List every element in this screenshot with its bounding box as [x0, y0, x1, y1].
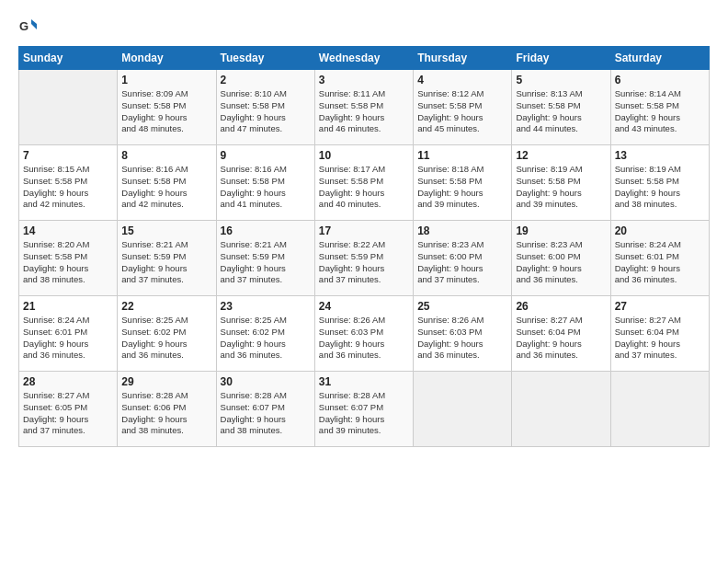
day-number: 17	[319, 224, 409, 237]
calendar-cell: 10Sunrise: 8:17 AM Sunset: 5:58 PM Dayli…	[314, 145, 413, 221]
day-detail: Sunrise: 8:28 AM Sunset: 6:07 PM Dayligh…	[221, 390, 311, 437]
calendar-header-row: SundayMondayTuesdayWednesdayThursdayFrid…	[19, 47, 710, 70]
calendar-week-row: 21Sunrise: 8:24 AM Sunset: 6:01 PM Dayli…	[19, 296, 710, 372]
svg-marker-2	[31, 19, 37, 24]
svg-marker-3	[31, 24, 37, 29]
calendar-cell: 2Sunrise: 8:10 AM Sunset: 5:58 PM Daylig…	[216, 70, 314, 145]
day-detail: Sunrise: 8:12 AM Sunset: 5:58 PM Dayligh…	[417, 88, 507, 135]
day-number: 13	[615, 149, 705, 162]
day-detail: Sunrise: 8:16 AM Sunset: 5:58 PM Dayligh…	[121, 164, 211, 211]
day-number: 16	[221, 224, 311, 237]
day-number: 28	[23, 375, 113, 388]
day-number: 22	[121, 300, 211, 313]
calendar-cell: 17Sunrise: 8:22 AM Sunset: 5:59 PM Dayli…	[314, 221, 413, 296]
calendar-cell: 28Sunrise: 8:27 AM Sunset: 6:05 PM Dayli…	[19, 372, 118, 447]
calendar-week-row: 14Sunrise: 8:20 AM Sunset: 5:58 PM Dayli…	[19, 221, 710, 296]
day-number: 12	[516, 149, 606, 162]
day-detail: Sunrise: 8:23 AM Sunset: 6:00 PM Dayligh…	[516, 239, 606, 286]
calendar-cell: 25Sunrise: 8:26 AM Sunset: 6:03 PM Dayli…	[414, 296, 512, 372]
calendar-cell: 4Sunrise: 8:12 AM Sunset: 5:58 PM Daylig…	[414, 70, 512, 145]
calendar-body: 1Sunrise: 8:09 AM Sunset: 5:58 PM Daylig…	[19, 70, 710, 447]
day-detail: Sunrise: 8:25 AM Sunset: 6:02 PM Dayligh…	[121, 315, 211, 362]
logo-icon: G	[18, 17, 39, 37]
day-detail: Sunrise: 8:23 AM Sunset: 6:00 PM Dayligh…	[417, 239, 507, 286]
day-number: 23	[221, 300, 311, 313]
day-number: 10	[319, 149, 409, 162]
day-detail: Sunrise: 8:13 AM Sunset: 5:58 PM Dayligh…	[516, 88, 606, 135]
calendar-cell: 22Sunrise: 8:25 AM Sunset: 6:02 PM Dayli…	[118, 296, 216, 372]
day-number: 25	[417, 300, 507, 313]
calendar-cell: 8Sunrise: 8:16 AM Sunset: 5:58 PM Daylig…	[118, 145, 216, 221]
day-number: 20	[615, 224, 705, 237]
page-header: G	[18, 17, 710, 37]
day-number: 11	[417, 149, 507, 162]
day-detail: Sunrise: 8:27 AM Sunset: 6:04 PM Dayligh…	[615, 315, 705, 362]
day-detail: Sunrise: 8:11 AM Sunset: 5:58 PM Dayligh…	[319, 88, 409, 135]
column-header-tuesday: Tuesday	[216, 47, 314, 70]
calendar-cell: 9Sunrise: 8:16 AM Sunset: 5:58 PM Daylig…	[216, 145, 314, 221]
day-detail: Sunrise: 8:14 AM Sunset: 5:58 PM Dayligh…	[615, 88, 705, 135]
day-number: 21	[23, 300, 113, 313]
calendar-table: SundayMondayTuesdayWednesdayThursdayFrid…	[18, 46, 710, 447]
day-detail: Sunrise: 8:26 AM Sunset: 6:03 PM Dayligh…	[417, 315, 507, 362]
calendar-cell: 18Sunrise: 8:23 AM Sunset: 6:00 PM Dayli…	[414, 221, 512, 296]
column-header-saturday: Saturday	[610, 47, 709, 70]
column-header-sunday: Sunday	[19, 47, 118, 70]
calendar-cell: 27Sunrise: 8:27 AM Sunset: 6:04 PM Dayli…	[610, 296, 709, 372]
day-detail: Sunrise: 8:17 AM Sunset: 5:58 PM Dayligh…	[319, 164, 409, 211]
day-detail: Sunrise: 8:10 AM Sunset: 5:58 PM Dayligh…	[221, 88, 311, 135]
day-number: 9	[221, 149, 311, 162]
day-number: 5	[516, 74, 606, 86]
calendar-cell	[512, 372, 610, 447]
calendar-cell: 19Sunrise: 8:23 AM Sunset: 6:00 PM Dayli…	[512, 221, 610, 296]
day-number: 8	[121, 149, 211, 162]
day-detail: Sunrise: 8:18 AM Sunset: 5:58 PM Dayligh…	[417, 164, 507, 211]
day-detail: Sunrise: 8:26 AM Sunset: 6:03 PM Dayligh…	[319, 315, 409, 362]
day-number: 24	[319, 300, 409, 313]
day-detail: Sunrise: 8:20 AM Sunset: 5:58 PM Dayligh…	[23, 239, 113, 286]
day-detail: Sunrise: 8:09 AM Sunset: 5:58 PM Dayligh…	[121, 88, 211, 135]
day-number: 19	[516, 224, 606, 237]
calendar-cell: 16Sunrise: 8:21 AM Sunset: 5:59 PM Dayli…	[216, 221, 314, 296]
day-detail: Sunrise: 8:15 AM Sunset: 5:58 PM Dayligh…	[23, 164, 113, 211]
svg-text:G: G	[19, 19, 28, 33]
calendar-cell: 7Sunrise: 8:15 AM Sunset: 5:58 PM Daylig…	[19, 145, 118, 221]
day-detail: Sunrise: 8:19 AM Sunset: 5:58 PM Dayligh…	[516, 164, 606, 211]
calendar-cell: 3Sunrise: 8:11 AM Sunset: 5:58 PM Daylig…	[314, 70, 413, 145]
calendar-cell: 5Sunrise: 8:13 AM Sunset: 5:58 PM Daylig…	[512, 70, 610, 145]
calendar-week-row: 28Sunrise: 8:27 AM Sunset: 6:05 PM Dayli…	[19, 372, 710, 447]
calendar-cell	[610, 372, 709, 447]
column-header-wednesday: Wednesday	[314, 47, 413, 70]
calendar-cell: 14Sunrise: 8:20 AM Sunset: 5:58 PM Dayli…	[19, 221, 118, 296]
calendar-week-row: 7Sunrise: 8:15 AM Sunset: 5:58 PM Daylig…	[19, 145, 710, 221]
day-detail: Sunrise: 8:25 AM Sunset: 6:02 PM Dayligh…	[221, 315, 311, 362]
calendar-cell: 23Sunrise: 8:25 AM Sunset: 6:02 PM Dayli…	[216, 296, 314, 372]
day-number: 31	[319, 375, 409, 388]
calendar-cell: 29Sunrise: 8:28 AM Sunset: 6:06 PM Dayli…	[118, 372, 216, 447]
calendar-week-row: 1Sunrise: 8:09 AM Sunset: 5:58 PM Daylig…	[19, 70, 710, 145]
day-number: 15	[121, 224, 211, 237]
day-number: 26	[516, 300, 606, 313]
calendar-cell: 21Sunrise: 8:24 AM Sunset: 6:01 PM Dayli…	[19, 296, 118, 372]
calendar-cell	[19, 70, 118, 145]
day-number: 30	[221, 375, 311, 388]
day-detail: Sunrise: 8:22 AM Sunset: 5:59 PM Dayligh…	[319, 239, 409, 286]
day-number: 3	[319, 74, 409, 86]
logo: G	[18, 17, 42, 37]
calendar-cell: 11Sunrise: 8:18 AM Sunset: 5:58 PM Dayli…	[414, 145, 512, 221]
day-number: 7	[23, 149, 113, 162]
calendar-cell: 31Sunrise: 8:28 AM Sunset: 6:07 PM Dayli…	[314, 372, 413, 447]
calendar-cell: 13Sunrise: 8:19 AM Sunset: 5:58 PM Dayli…	[610, 145, 709, 221]
day-detail: Sunrise: 8:24 AM Sunset: 6:01 PM Dayligh…	[615, 239, 705, 286]
calendar-cell: 6Sunrise: 8:14 AM Sunset: 5:58 PM Daylig…	[610, 70, 709, 145]
calendar-cell: 24Sunrise: 8:26 AM Sunset: 6:03 PM Dayli…	[314, 296, 413, 372]
calendar-cell	[414, 372, 512, 447]
calendar-cell: 1Sunrise: 8:09 AM Sunset: 5:58 PM Daylig…	[118, 70, 216, 145]
calendar-cell: 12Sunrise: 8:19 AM Sunset: 5:58 PM Dayli…	[512, 145, 610, 221]
calendar-cell: 26Sunrise: 8:27 AM Sunset: 6:04 PM Dayli…	[512, 296, 610, 372]
day-number: 2	[221, 74, 311, 86]
day-detail: Sunrise: 8:27 AM Sunset: 6:05 PM Dayligh…	[23, 390, 113, 437]
day-number: 18	[417, 224, 507, 237]
day-number: 4	[417, 74, 507, 86]
day-detail: Sunrise: 8:19 AM Sunset: 5:58 PM Dayligh…	[615, 164, 705, 211]
